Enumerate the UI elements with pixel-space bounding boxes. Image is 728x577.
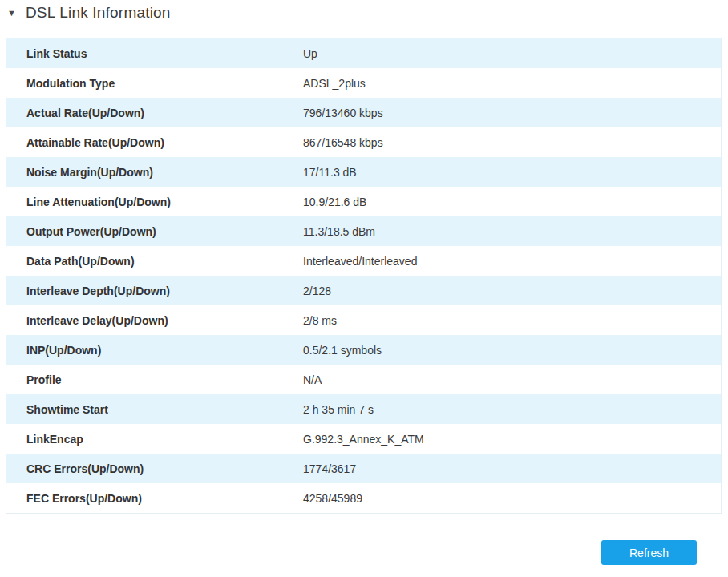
table-row: Interleave Delay(Up/Down) 2/8 ms bbox=[6, 305, 721, 335]
row-label: Output Power(Up/Down) bbox=[6, 225, 303, 238]
header-divider bbox=[0, 26, 728, 26]
table-row: Modulation Type ADSL_2plus bbox=[6, 68, 721, 98]
row-value: 2 h 35 min 7 s bbox=[303, 403, 721, 416]
table-row: Actual Rate(Up/Down) 796/13460 kbps bbox=[6, 98, 721, 127]
refresh-button[interactable]: Refresh bbox=[601, 540, 697, 565]
row-value: G.992.3_Annex_K_ATM bbox=[303, 433, 721, 446]
row-label: Showtime Start bbox=[6, 403, 303, 416]
row-label: Line Attenuation(Up/Down) bbox=[6, 196, 303, 208]
footer-bar: Refresh bbox=[0, 540, 728, 565]
row-label: Modulation Type bbox=[6, 77, 303, 90]
row-label: Data Path(Up/Down) bbox=[6, 255, 303, 268]
table-row: Attainable Rate(Up/Down) 867/16548 kbps bbox=[6, 127, 721, 157]
row-value: Interleaved/Interleaved bbox=[303, 255, 721, 268]
table-row: FEC Errors(Up/Down) 4258/45989 bbox=[6, 483, 721, 513]
row-value: 1774/3617 bbox=[303, 462, 721, 475]
table-row: CRC Errors(Up/Down) 1774/3617 bbox=[6, 454, 721, 483]
row-label: Link Status bbox=[6, 47, 303, 60]
row-label: Interleave Depth(Up/Down) bbox=[6, 284, 303, 297]
table-row: Output Power(Up/Down) 11.3/18.5 dBm bbox=[6, 216, 721, 246]
row-label: INP(Up/Down) bbox=[6, 344, 303, 357]
row-value: 17/11.3 dB bbox=[303, 166, 721, 179]
row-value: 0.5/2.1 symbols bbox=[303, 344, 721, 357]
section-header: ▼ DSL Link Information bbox=[0, 0, 728, 26]
row-value: 4258/45989 bbox=[303, 492, 721, 505]
table-row: Line Attenuation(Up/Down) 10.9/21.6 dB bbox=[6, 187, 721, 216]
table-row: Data Path(Up/Down) Interleaved/Interleav… bbox=[6, 246, 721, 276]
row-label: FEC Errors(Up/Down) bbox=[6, 492, 303, 505]
row-value: 10.9/21.6 dB bbox=[303, 196, 721, 208]
row-value: 11.3/18.5 dBm bbox=[303, 225, 721, 238]
row-label: Attainable Rate(Up/Down) bbox=[6, 136, 303, 149]
row-label: Noise Margin(Up/Down) bbox=[6, 166, 303, 179]
row-value: ADSL_2plus bbox=[303, 77, 721, 90]
row-label: Profile bbox=[6, 373, 303, 386]
table-row: INP(Up/Down) 0.5/2.1 symbols bbox=[6, 335, 721, 365]
dsl-info-table: Link Status Up Modulation Type ADSL_2plu… bbox=[6, 38, 722, 514]
table-row: Link Status Up bbox=[6, 38, 721, 68]
page-title: DSL Link Information bbox=[26, 4, 171, 22]
row-value: 2/128 bbox=[303, 284, 721, 297]
row-value: 796/13460 kbps bbox=[303, 107, 721, 119]
table-row: Showtime Start 2 h 35 min 7 s bbox=[6, 394, 721, 424]
collapse-triangle-icon[interactable]: ▼ bbox=[7, 9, 16, 18]
row-value: Up bbox=[303, 47, 721, 60]
row-label: Interleave Delay(Up/Down) bbox=[6, 314, 303, 327]
table-row: Noise Margin(Up/Down) 17/11.3 dB bbox=[6, 157, 721, 187]
table-row: LinkEncap G.992.3_Annex_K_ATM bbox=[6, 424, 721, 454]
row-value: 867/16548 kbps bbox=[303, 136, 721, 149]
table-row: Profile N/A bbox=[6, 365, 721, 394]
table-row: Interleave Depth(Up/Down) 2/128 bbox=[6, 276, 721, 305]
row-label: Actual Rate(Up/Down) bbox=[6, 107, 303, 119]
row-label: LinkEncap bbox=[6, 433, 303, 446]
row-value: N/A bbox=[303, 373, 721, 386]
row-label: CRC Errors(Up/Down) bbox=[6, 462, 303, 475]
row-value: 2/8 ms bbox=[303, 314, 721, 327]
